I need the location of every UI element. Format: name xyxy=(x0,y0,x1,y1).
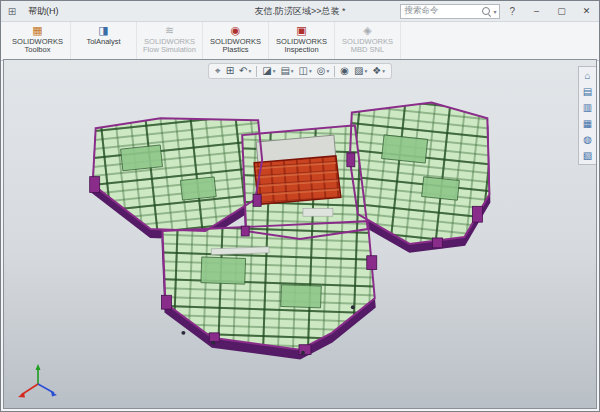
display-style-icon[interactable]: ◫▾ xyxy=(297,65,314,77)
app-icon[interactable]: ⊞ xyxy=(4,6,20,17)
edit-appearance-icon[interactable]: ◉ xyxy=(338,65,351,77)
display-style-glyph: ◫ xyxy=(299,65,308,77)
appearances-scenes-icon[interactable]: ◍ xyxy=(583,134,592,145)
ribbon-item-inspection[interactable]: ▣ SOLIDWORKS Inspection xyxy=(269,22,335,60)
zoom-fit-icon[interactable]: ⌖ xyxy=(213,65,223,77)
ribbon-item-label: SOLIDWORKS Plastics xyxy=(205,38,267,54)
flow-simulation-icon: ≋ xyxy=(165,24,174,37)
file-explorer-icon[interactable]: ▥ xyxy=(583,102,592,113)
ribbon-item-plastics[interactable]: ◉ SOLIDWORKS Plastics xyxy=(203,22,269,60)
previous-view-glyph: ↶ xyxy=(239,65,247,77)
hide-show-items-icon[interactable]: ◎▾ xyxy=(315,65,332,77)
zoom-fit-glyph: ⌖ xyxy=(215,65,221,77)
view-palette-icon[interactable]: ▦ xyxy=(583,118,592,129)
ribbon-toolbar: ▦ SOLIDWORKS Toolbox ◨ TolAnalyst ≋ SOLI… xyxy=(1,22,599,61)
view-settings-icon[interactable]: ❖▾ xyxy=(370,65,387,77)
tolanalyst-icon: ◨ xyxy=(98,24,108,37)
mbd-snl-icon: ◈ xyxy=(363,24,371,37)
chevron-down-icon[interactable]: ▾ xyxy=(248,65,251,77)
view-orientation-icon[interactable]: ▤▾ xyxy=(278,65,295,77)
section-view-icon[interactable]: ◪▾ xyxy=(260,65,277,77)
hide-show-items-glyph: ◎ xyxy=(317,65,326,77)
heads-up-view-toolbar: ⌖ ⊞ ↶▾ ◪▾ ▤▾ ◫▾ ◎▾ ◉ ▨▾ ❖▾ xyxy=(208,63,392,79)
model-canvas[interactable] xyxy=(4,60,596,408)
section-view-glyph: ◪ xyxy=(262,65,271,77)
zoom-area-glyph: ⊞ xyxy=(226,65,234,77)
minimize-button[interactable]: – xyxy=(524,1,549,21)
chevron-down-icon[interactable]: ▾ xyxy=(382,65,385,77)
command-search-box[interactable]: 搜索命令 ▾ xyxy=(400,4,500,19)
ribbon-item-flow-simulation: ≋ SOLIDWORKS Flow Simulation xyxy=(137,22,203,60)
chevron-down-icon[interactable]: ▾ xyxy=(291,65,294,77)
toolbar-divider xyxy=(334,66,335,77)
ribbon-item-label: SOLIDWORKS Inspection xyxy=(271,38,333,54)
ribbon-item-label: SOLIDWORKS MBD SNL xyxy=(337,38,399,54)
solidworks-resources-icon[interactable]: ⌂ xyxy=(584,70,590,81)
previous-view-icon[interactable]: ↶▾ xyxy=(237,65,253,77)
apply-scene-icon[interactable]: ▨▾ xyxy=(352,65,369,77)
custom-properties-icon[interactable]: ▧ xyxy=(583,150,592,161)
solidworks-toolbox-icon: ▦ xyxy=(32,24,42,37)
orientation-triad xyxy=(14,362,60,402)
ribbon-item-label: SOLIDWORKS Toolbox xyxy=(7,38,69,54)
inspection-icon: ▣ xyxy=(296,24,306,37)
task-pane-tab-bar: ⌂ ▤ ▥ ▦ ◍ ▧ xyxy=(578,66,596,165)
window-title: 友信.防涝区域>>总装 * xyxy=(254,5,345,18)
title-bar: ⊞ 帮助(H) 友信.防涝区域>>总装 * 搜索命令 ▾ ? – ▢ ✕ xyxy=(1,1,599,22)
menu-item-help[interactable]: 帮助(H) xyxy=(20,2,67,21)
ribbon-item-solidworks-toolbox[interactable]: ▦ SOLIDWORKS Toolbox xyxy=(5,22,71,60)
edit-appearance-glyph: ◉ xyxy=(340,65,349,77)
view-orientation-glyph: ▤ xyxy=(280,65,289,77)
ribbon-item-label: SOLIDWORKS Flow Simulation xyxy=(139,38,201,54)
view-settings-glyph: ❖ xyxy=(372,65,381,77)
solidworks-window: ⊞ 帮助(H) 友信.防涝区域>>总装 * 搜索命令 ▾ ? – ▢ ✕ ▦ S… xyxy=(0,0,600,412)
search-icon[interactable] xyxy=(482,7,490,15)
graphics-area[interactable]: ⌖ ⊞ ↶▾ ◪▾ ▤▾ ◫▾ ◎▾ ◉ ▨▾ ❖▾ ⌂ ▤ ▥ ▦ ◍ ▧ xyxy=(3,59,597,409)
close-button[interactable]: ✕ xyxy=(574,1,599,21)
chevron-down-icon[interactable]: ▾ xyxy=(365,65,368,77)
chevron-down-icon[interactable]: ▾ xyxy=(273,65,276,77)
toolbar-divider xyxy=(256,66,257,77)
search-placeholder: 搜索命令 xyxy=(404,5,479,17)
ribbon-item-mbd-snl: ◈ SOLIDWORKS MBD SNL xyxy=(335,22,401,60)
plastics-icon: ◉ xyxy=(231,24,241,37)
ribbon-item-tolanalyst[interactable]: ◨ TolAnalyst xyxy=(71,22,137,60)
zoom-area-icon[interactable]: ⊞ xyxy=(224,65,236,77)
apply-scene-glyph: ▨ xyxy=(354,65,363,77)
chevron-down-icon[interactable]: ▾ xyxy=(309,65,312,77)
ribbon-item-label: TolAnalyst xyxy=(73,38,135,46)
triad-z-axis xyxy=(38,384,54,393)
chevron-down-icon[interactable]: ▾ xyxy=(327,65,330,77)
help-button[interactable]: ? xyxy=(500,6,524,17)
maximize-button[interactable]: ▢ xyxy=(549,1,574,21)
design-library-icon[interactable]: ▤ xyxy=(583,86,592,97)
chevron-down-icon[interactable]: ▾ xyxy=(493,8,496,15)
